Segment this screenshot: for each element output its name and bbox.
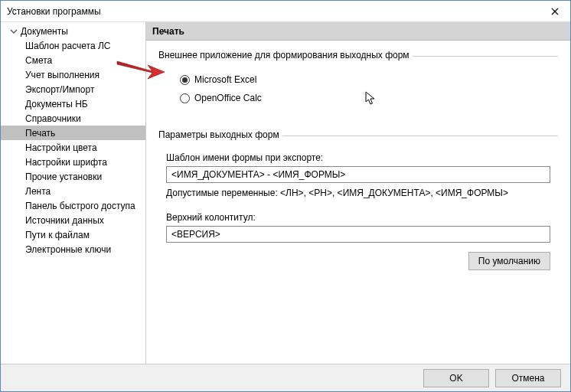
radio-label: Microsoft Excel — [194, 74, 256, 85]
chevron-down-icon — [10, 28, 18, 35]
sidebar-item-label: Шаблон расчета ЛС — [25, 41, 110, 51]
titlebar: Установки программы — [1, 1, 570, 22]
sidebar-item-6[interactable]: Печать — [1, 126, 145, 140]
default-button[interactable]: По умолчанию — [468, 252, 550, 270]
sidebar-item-label: Документы НБ — [25, 99, 88, 109]
sidebar-item-3[interactable]: Экспорт/Импорт — [1, 82, 145, 96]
sidebar: Документы Шаблон расчета ЛССметаУчет вып… — [1, 22, 146, 364]
sidebar-item-label: Экспорт/Импорт — [25, 84, 94, 95]
dialog-footer: OK Отмена — [1, 364, 570, 391]
radio-openoffice-calc[interactable]: OpenOffice Calc — [180, 93, 550, 103]
sidebar-item-5[interactable]: Справочники — [1, 111, 145, 126]
sidebar-item-1[interactable]: Смета — [1, 53, 145, 67]
tree-root-label: Документы — [21, 26, 68, 37]
window-title: Установки программы — [7, 6, 101, 17]
content-panel: Печать Внешнее приложение для формирован… — [146, 22, 570, 364]
group-output-params: Параметры выходных форм Шаблон имени фор… — [158, 129, 558, 278]
sidebar-item-4[interactable]: Документы НБ — [1, 96, 145, 111]
group-output-params-label: Параметры выходных форм — [158, 129, 282, 140]
allowed-vars-hint: Допустимые переменные: <ЛН>, <PH>, <ИМЯ_… — [166, 188, 550, 198]
radio-icon — [180, 93, 190, 103]
sidebar-item-10[interactable]: Лента — [1, 184, 145, 198]
ok-button[interactable]: OK — [423, 369, 489, 387]
sidebar-item-2[interactable]: Учет выполнения — [1, 67, 145, 82]
sidebar-item-7[interactable]: Настройки цвета — [1, 140, 145, 155]
group-external-app: Внешнее приложение для формирования выхо… — [158, 50, 558, 119]
group-external-app-label: Внешнее приложение для формирования выхо… — [158, 50, 413, 60]
sidebar-item-11[interactable]: Панель быстрого доступа — [1, 198, 145, 213]
radio-icon — [180, 75, 190, 85]
sidebar-item-label: Прочие установки — [25, 172, 102, 182]
sidebar-item-label: Учет выполнения — [25, 70, 100, 80]
sidebar-item-label: Панель быстрого доступа — [25, 201, 135, 211]
top-header-input[interactable] — [166, 226, 550, 243]
sidebar-item-label: Настройки шрифта — [25, 157, 107, 168]
sidebar-item-label: Справочники — [25, 113, 81, 124]
sidebar-item-8[interactable]: Настройки шрифта — [1, 155, 145, 169]
sidebar-item-label: Смета — [25, 55, 52, 66]
cancel-button[interactable]: Отмена — [495, 369, 561, 387]
sidebar-item-label: Пути к файлам — [25, 230, 90, 240]
radio-label: OpenOffice Calc — [194, 93, 262, 103]
sidebar-item-9[interactable]: Прочие установки — [1, 169, 145, 184]
template-name-label: Шаблон имени формы при экспорте: — [166, 152, 550, 163]
sidebar-item-label: Печать — [25, 128, 55, 139]
sidebar-item-13[interactable]: Пути к файлам — [1, 227, 145, 242]
template-name-input[interactable] — [166, 166, 550, 183]
tree-root-documents[interactable]: Документы — [1, 24, 145, 38]
sidebar-item-label: Лента — [25, 186, 51, 197]
sidebar-item-0[interactable]: Шаблон расчета ЛС — [1, 38, 145, 53]
content-header: Печать — [146, 22, 570, 41]
close-icon — [551, 8, 559, 15]
close-button[interactable] — [540, 1, 570, 22]
sidebar-item-12[interactable]: Источники данных — [1, 213, 145, 227]
sidebar-item-label: Настройки цвета — [25, 142, 97, 153]
sidebar-item-label: Источники данных — [25, 215, 104, 226]
sidebar-item-label: Электронные ключи — [25, 244, 111, 255]
top-header-label: Верхний колонтитул: — [166, 212, 550, 223]
sidebar-item-14[interactable]: Электронные ключи — [1, 242, 145, 256]
radio-microsoft-excel[interactable]: Microsoft Excel — [180, 74, 550, 85]
